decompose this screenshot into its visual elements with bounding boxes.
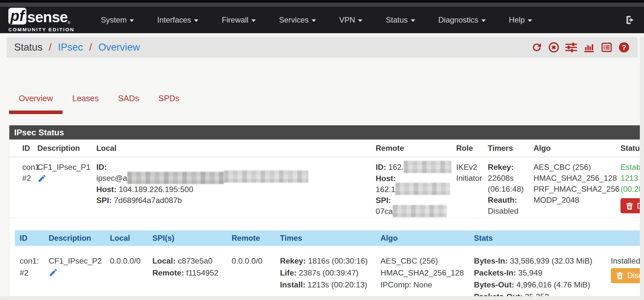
- cell-remote: ID: 162. Host: 162.1 SPI: 07ca: [376, 162, 456, 217]
- nav-item-vpn[interactable]: VPN: [328, 8, 374, 32]
- col-header-id: ID: [13, 144, 37, 153]
- trash-icon: [625, 202, 634, 210]
- breadcrumb-separator: /: [45, 42, 55, 53]
- nav-item-interfaces[interactable]: Interfaces: [146, 8, 210, 32]
- nav-item-firewall[interactable]: Firewall: [210, 8, 267, 32]
- scrollbar[interactable]: [640, 37, 644, 300]
- breadcrumb-link-overview[interactable]: Overview: [98, 42, 140, 53]
- cell-times: Rekey: 1816s (00:30:16) Life: 2387s (00:…: [280, 255, 380, 296]
- col-header-description: Description: [49, 234, 110, 243]
- table-row: con1: #2 CF1_IPsec_P2 0.0.0.0/0 Local: c…: [15, 246, 644, 296]
- child-sa-table: ID Description Local SPI(s) Remote Times…: [15, 230, 644, 296]
- page-bottom-strip: [0, 296, 644, 300]
- breadcrumb-panel: Status / IPsec / Overview ?: [6, 37, 638, 58]
- cell-algo: AES_CBC (256) HMAC_SHA2_256_128 PRF_HMAC…: [533, 162, 620, 217]
- breadcrumb-separator: /: [86, 42, 96, 53]
- browser-chrome-strip: [0, 3, 644, 7]
- breadcrumb-link-ipsec[interactable]: IPsec: [58, 42, 83, 53]
- log-list-icon[interactable]: [601, 42, 613, 53]
- tab-overview[interactable]: Overview: [9, 94, 62, 115]
- col-header-spis: SPI(s): [152, 234, 232, 243]
- navbar: pf sense ® COMMUNITY EDITION System Inte…: [0, 7, 644, 33]
- chevron-down-icon: [130, 19, 134, 22]
- tab-leases[interactable]: Leases: [62, 94, 108, 115]
- chevron-down-icon: [251, 19, 256, 22]
- cell-role: IKEv2 Initiator: [456, 162, 488, 217]
- sliders-icon[interactable]: [565, 42, 577, 53]
- trash-icon: [616, 271, 624, 280]
- ipsec-status-panel: IPsec Status ID Description Local Remote…: [9, 125, 644, 296]
- tab-spds[interactable]: SPDs: [149, 94, 189, 115]
- chevron-down-icon: [194, 19, 198, 22]
- logo-subtitle: COMMUNITY EDITION: [8, 27, 74, 33]
- tab-bar: Overview Leases SADs SPDs: [9, 94, 644, 115]
- nav-item-system[interactable]: System: [89, 8, 146, 32]
- table-row: con1 #2 CF1_IPsec_P1 ID: ipsec@a Host: 1…: [9, 157, 644, 218]
- cell-id: con1 #2: [13, 162, 37, 217]
- cell-description: CF1_IPsec_P2: [49, 255, 110, 296]
- logo-sense: sense: [27, 10, 67, 24]
- col-header-remote: Remote: [376, 144, 456, 153]
- cell-stats: Bytes-In: 33,586,939 (32.03 MiB) Packets…: [474, 255, 598, 296]
- edit-pencil-icon[interactable]: [49, 268, 58, 280]
- col-header-local: Local: [110, 234, 152, 243]
- col-header-times: Times: [280, 234, 380, 243]
- tab-sads[interactable]: SADs: [109, 94, 149, 115]
- disconnect-child-button[interactable]: Disco: [611, 268, 644, 283]
- status-text: Installed: [611, 255, 644, 267]
- page-toolbar: ?: [531, 42, 630, 53]
- cell-id: con1: #2: [20, 255, 49, 296]
- logo-pf: pf: [8, 8, 26, 24]
- col-header-algo: Algo: [380, 234, 474, 243]
- cell-spis: Local: c873e5a0 Remote: f1154952: [152, 255, 232, 296]
- cell-status: Installed Disco: [598, 255, 644, 296]
- nav-item-services[interactable]: Services: [267, 8, 328, 32]
- chevron-down-icon: [312, 19, 316, 22]
- nav-item-diagnostics[interactable]: Diagnostics: [427, 8, 497, 32]
- cell-description: CF1_IPsec_P1: [37, 162, 96, 217]
- chevron-down-icon: [528, 19, 532, 22]
- col-header-role: Role: [456, 144, 488, 153]
- redacted-remote-spi: [393, 205, 447, 217]
- cell-local: 0.0.0.0/0: [110, 255, 152, 296]
- nav-item-status[interactable]: Status: [374, 8, 427, 32]
- nav-item-help[interactable]: Help: [497, 8, 544, 32]
- logout-icon[interactable]: [625, 15, 636, 25]
- redacted-remote-host: [395, 183, 450, 195]
- help-icon[interactable]: ?: [618, 42, 630, 53]
- col-header-local: Local: [96, 144, 376, 153]
- col-header-remote: Remote: [232, 234, 280, 243]
- window-top-strip: [0, 0, 644, 3]
- chevron-down-icon: [481, 19, 486, 22]
- cell-local: ID: ipsec@a Host: 104.189.226.195:500 SP…: [96, 162, 376, 217]
- col-header-id: ID: [20, 234, 49, 243]
- nav-menu: System Interfaces Firewall Services VPN …: [89, 8, 544, 32]
- cell-algo: AES_CBC (256) HMAC_SHA2_256_128 IPComp: …: [380, 255, 474, 296]
- redacted-local-id: [127, 172, 224, 184]
- parent-table-header: ID Description Local Remote Role Timers …: [9, 140, 644, 157]
- breadcrumb: Status / IPsec / Overview: [14, 42, 140, 53]
- logo-registered-mark: ®: [68, 21, 70, 24]
- breadcrumb-section: Status: [14, 42, 43, 53]
- cell-timers: Rekey: 22608s (06:16:48) Reauth: Disable…: [488, 162, 533, 217]
- col-header-description: Description: [37, 144, 96, 153]
- chevron-down-icon: [411, 19, 415, 22]
- child-table-header: ID Description Local SPI(s) Remote Times…: [15, 230, 644, 246]
- redacted-remote-id: [404, 161, 451, 173]
- col-header-algo: Algo: [533, 144, 620, 153]
- pfsense-logo[interactable]: pf sense ® COMMUNITY EDITION: [8, 8, 74, 33]
- edit-pencil-icon[interactable]: [37, 174, 47, 186]
- chevron-down-icon: [358, 19, 362, 22]
- cell-remote: 0.0.0.0/0: [232, 255, 280, 296]
- refresh-icon[interactable]: [531, 42, 543, 53]
- redacted-local-id: [224, 170, 308, 183]
- chart-icon[interactable]: [583, 42, 595, 53]
- svg-text:?: ?: [622, 44, 626, 52]
- stop-icon[interactable]: [548, 42, 560, 53]
- panel-title: IPsec Status: [9, 125, 644, 140]
- col-header-stats: Stats: [474, 234, 598, 243]
- col-header-timers: Timers: [488, 144, 533, 153]
